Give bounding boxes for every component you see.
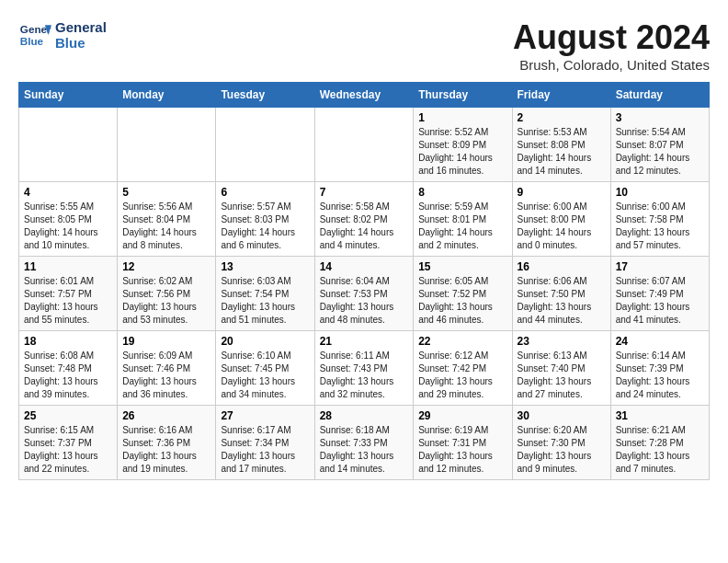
calendar-week-4: 18Sunrise: 6:08 AM Sunset: 7:48 PM Dayli… [19, 331, 710, 406]
calendar-cell: 6Sunrise: 5:57 AM Sunset: 8:03 PM Daylig… [216, 182, 314, 257]
logo: General Blue General Blue [18, 18, 107, 52]
calendar-cell: 12Sunrise: 6:02 AM Sunset: 7:56 PM Dayli… [118, 257, 216, 331]
day-number: 15 [418, 260, 506, 273]
day-info: Sunrise: 6:13 AM Sunset: 7:40 PM Dayligh… [518, 350, 606, 401]
day-info: Sunrise: 6:20 AM Sunset: 7:30 PM Dayligh… [518, 424, 606, 476]
calendar-cell: 31Sunrise: 6:21 AM Sunset: 7:28 PM Dayli… [610, 406, 709, 480]
calendar-cell: 16Sunrise: 6:06 AM Sunset: 7:50 PM Dayli… [512, 257, 610, 331]
day-number: 8 [418, 186, 506, 199]
day-info: Sunrise: 5:52 AM Sunset: 8:09 PM Dayligh… [418, 126, 506, 178]
calendar-cell: 24Sunrise: 6:14 AM Sunset: 7:39 PM Dayli… [610, 331, 709, 406]
calendar-cell: 1Sunrise: 5:52 AM Sunset: 8:09 PM Daylig… [414, 108, 512, 182]
day-number: 7 [320, 186, 409, 199]
day-info: Sunrise: 5:58 AM Sunset: 8:02 PM Dayligh… [320, 201, 409, 252]
day-info: Sunrise: 5:59 AM Sunset: 8:01 PM Dayligh… [418, 201, 506, 252]
day-number: 18 [24, 335, 112, 348]
day-number: 16 [518, 260, 606, 273]
day-number: 6 [221, 186, 309, 199]
calendar-cell: 5Sunrise: 5:56 AM Sunset: 8:04 PM Daylig… [118, 182, 216, 257]
day-info: Sunrise: 5:56 AM Sunset: 8:04 PM Dayligh… [122, 201, 210, 252]
day-number: 3 [616, 111, 704, 124]
day-info: Sunrise: 6:09 AM Sunset: 7:46 PM Dayligh… [122, 350, 210, 401]
day-number: 1 [418, 111, 506, 124]
day-number: 4 [24, 186, 112, 199]
day-info: Sunrise: 6:21 AM Sunset: 7:28 PM Dayligh… [616, 424, 704, 476]
calendar-cell: 8Sunrise: 5:59 AM Sunset: 8:01 PM Daylig… [414, 182, 512, 257]
day-number: 20 [221, 335, 309, 348]
calendar-cell: 3Sunrise: 5:54 AM Sunset: 8:07 PM Daylig… [610, 108, 709, 182]
day-number: 19 [122, 335, 210, 348]
calendar-week-5: 25Sunrise: 6:15 AM Sunset: 7:37 PM Dayli… [19, 406, 710, 480]
calendar-cell [216, 108, 314, 182]
header-saturday: Saturday [610, 83, 709, 108]
calendar-cell: 29Sunrise: 6:19 AM Sunset: 7:31 PM Dayli… [414, 406, 512, 480]
calendar-cell: 15Sunrise: 6:05 AM Sunset: 7:52 PM Dayli… [414, 257, 512, 331]
calendar-week-2: 4Sunrise: 5:55 AM Sunset: 8:05 PM Daylig… [19, 182, 710, 257]
day-number: 28 [320, 409, 409, 422]
day-info: Sunrise: 6:07 AM Sunset: 7:49 PM Dayligh… [616, 275, 704, 327]
day-number: 26 [122, 409, 210, 422]
day-number: 22 [418, 335, 506, 348]
calendar-cell: 14Sunrise: 6:04 AM Sunset: 7:53 PM Dayli… [314, 257, 414, 331]
main-title: August 2024 [513, 18, 710, 57]
calendar-cell: 2Sunrise: 5:53 AM Sunset: 8:08 PM Daylig… [512, 108, 610, 182]
day-number: 27 [221, 409, 309, 422]
day-number: 10 [616, 186, 704, 199]
day-number: 2 [518, 111, 606, 124]
day-info: Sunrise: 6:14 AM Sunset: 7:39 PM Dayligh… [616, 350, 704, 401]
calendar-cell [314, 108, 414, 182]
day-info: Sunrise: 6:08 AM Sunset: 7:48 PM Dayligh… [24, 350, 112, 401]
calendar-cell: 21Sunrise: 6:11 AM Sunset: 7:43 PM Dayli… [314, 331, 414, 406]
day-number: 31 [616, 409, 704, 422]
header-tuesday: Tuesday [216, 83, 314, 108]
calendar-cell: 7Sunrise: 5:58 AM Sunset: 8:02 PM Daylig… [314, 182, 414, 257]
day-number: 24 [616, 335, 704, 348]
day-info: Sunrise: 6:04 AM Sunset: 7:53 PM Dayligh… [320, 275, 409, 327]
calendar-cell: 26Sunrise: 6:16 AM Sunset: 7:36 PM Dayli… [118, 406, 216, 480]
logo-line1: General [55, 19, 107, 35]
day-info: Sunrise: 6:05 AM Sunset: 7:52 PM Dayligh… [418, 275, 506, 327]
calendar-cell: 13Sunrise: 6:03 AM Sunset: 7:54 PM Dayli… [216, 257, 314, 331]
calendar-week-1: 1Sunrise: 5:52 AM Sunset: 8:09 PM Daylig… [19, 108, 710, 182]
day-info: Sunrise: 6:17 AM Sunset: 7:34 PM Dayligh… [221, 424, 309, 476]
calendar-table: SundayMondayTuesdayWednesdayThursdayFrid… [18, 82, 710, 480]
header-monday: Monday [118, 83, 216, 108]
day-info: Sunrise: 6:15 AM Sunset: 7:37 PM Dayligh… [24, 424, 112, 476]
header-friday: Friday [512, 83, 610, 108]
day-number: 17 [616, 260, 704, 273]
calendar-cell: 22Sunrise: 6:12 AM Sunset: 7:42 PM Dayli… [414, 331, 512, 406]
day-number: 9 [518, 186, 606, 199]
day-number: 23 [518, 335, 606, 348]
svg-text:Blue: Blue [20, 35, 44, 47]
day-info: Sunrise: 6:18 AM Sunset: 7:33 PM Dayligh… [320, 424, 409, 476]
calendar-cell: 27Sunrise: 6:17 AM Sunset: 7:34 PM Dayli… [216, 406, 314, 480]
calendar-cell: 20Sunrise: 6:10 AM Sunset: 7:45 PM Dayli… [216, 331, 314, 406]
calendar-cell: 11Sunrise: 6:01 AM Sunset: 7:57 PM Dayli… [19, 257, 118, 331]
calendar-cell: 19Sunrise: 6:09 AM Sunset: 7:46 PM Dayli… [118, 331, 216, 406]
calendar-cell [19, 108, 118, 182]
calendar-cell: 10Sunrise: 6:00 AM Sunset: 7:58 PM Dayli… [610, 182, 709, 257]
day-number: 21 [320, 335, 409, 348]
calendar-header-row: SundayMondayTuesdayWednesdayThursdayFrid… [19, 83, 710, 108]
day-info: Sunrise: 5:53 AM Sunset: 8:08 PM Dayligh… [518, 126, 606, 178]
day-info: Sunrise: 6:02 AM Sunset: 7:56 PM Dayligh… [122, 275, 210, 327]
calendar-cell: 9Sunrise: 6:00 AM Sunset: 8:00 PM Daylig… [512, 182, 610, 257]
calendar-cell: 23Sunrise: 6:13 AM Sunset: 7:40 PM Dayli… [512, 331, 610, 406]
calendar-cell [118, 108, 216, 182]
header-sunday: Sunday [19, 83, 118, 108]
day-number: 30 [518, 409, 606, 422]
day-number: 29 [418, 409, 506, 422]
logo-line2: Blue [55, 35, 107, 51]
day-info: Sunrise: 6:03 AM Sunset: 7:54 PM Dayligh… [221, 275, 309, 327]
day-info: Sunrise: 6:12 AM Sunset: 7:42 PM Dayligh… [418, 350, 506, 401]
calendar-cell: 17Sunrise: 6:07 AM Sunset: 7:49 PM Dayli… [610, 257, 709, 331]
day-info: Sunrise: 6:01 AM Sunset: 7:57 PM Dayligh… [24, 275, 112, 327]
calendar-cell: 28Sunrise: 6:18 AM Sunset: 7:33 PM Dayli… [314, 406, 414, 480]
subtitle: Brush, Colorado, United States [513, 57, 710, 73]
day-info: Sunrise: 6:00 AM Sunset: 8:00 PM Dayligh… [518, 201, 606, 252]
calendar-cell: 25Sunrise: 6:15 AM Sunset: 7:37 PM Dayli… [19, 406, 118, 480]
calendar-cell: 30Sunrise: 6:20 AM Sunset: 7:30 PM Dayli… [512, 406, 610, 480]
day-number: 25 [24, 409, 112, 422]
day-info: Sunrise: 5:55 AM Sunset: 8:05 PM Dayligh… [24, 201, 112, 252]
day-info: Sunrise: 5:57 AM Sunset: 8:03 PM Dayligh… [221, 201, 309, 252]
